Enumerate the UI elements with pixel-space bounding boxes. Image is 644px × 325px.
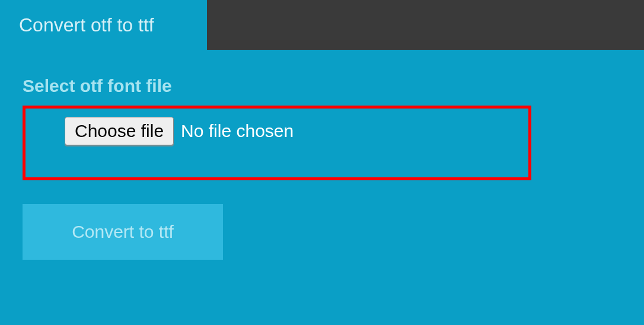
choose-file-button[interactable]: Choose file [65,117,174,145]
tab-convert-otf-to-ttf[interactable]: Convert otf to ttf [0,0,207,50]
header: Convert otf to ttf [0,0,644,50]
file-status-text: No file chosen [181,117,294,141]
section-label: Select otf font file [23,76,621,96]
file-drop-area[interactable]: Choose file No file chosen [23,106,531,180]
main-content: Select otf font file Choose file No file… [0,50,644,260]
header-background [207,0,644,50]
convert-to-ttf-button[interactable]: Convert to ttf [23,204,223,260]
tab-label: Convert otf to ttf [19,14,154,36]
